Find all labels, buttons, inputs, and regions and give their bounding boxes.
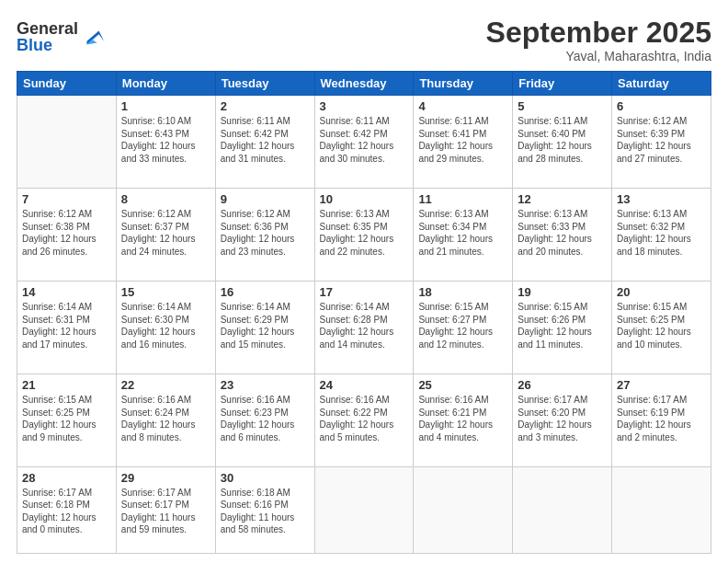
day-info: Sunrise: 6:11 AM Sunset: 6:40 PM Dayligh… <box>518 115 607 165</box>
table-row: 8Sunrise: 6:12 AM Sunset: 6:37 PM Daylig… <box>116 189 215 282</box>
day-info: Sunrise: 6:18 AM Sunset: 6:16 PM Dayligh… <box>221 487 310 536</box>
week-row-1: 1Sunrise: 6:10 AM Sunset: 6:43 PM Daylig… <box>17 96 711 189</box>
day-number: 1 <box>121 99 210 113</box>
day-info: Sunrise: 6:14 AM Sunset: 6:30 PM Dayligh… <box>121 301 210 350</box>
day-info: Sunrise: 6:15 AM Sunset: 6:27 PM Dayligh… <box>418 301 507 350</box>
day-number: 12 <box>518 192 607 206</box>
day-number: 26 <box>518 378 607 392</box>
day-info: Sunrise: 6:16 AM Sunset: 6:22 PM Dayligh… <box>320 394 409 443</box>
logo-icon <box>80 24 106 50</box>
day-number: 6 <box>617 99 706 113</box>
table-row: 28Sunrise: 6:17 AM Sunset: 6:18 PM Dayli… <box>17 466 117 553</box>
col-sunday: Sunday <box>17 72 117 96</box>
header: General Blue September 2025 Yaval, Mahar… <box>17 17 711 63</box>
day-info: Sunrise: 6:17 AM Sunset: 6:18 PM Dayligh… <box>22 487 111 536</box>
table-row: 30Sunrise: 6:18 AM Sunset: 6:16 PM Dayli… <box>215 466 314 553</box>
col-monday: Monday <box>116 72 215 96</box>
logo-general: General <box>17 20 78 37</box>
day-number: 18 <box>418 285 507 299</box>
day-info: Sunrise: 6:14 AM Sunset: 6:31 PM Dayligh… <box>22 301 111 350</box>
col-thursday: Thursday <box>414 72 513 96</box>
header-row: Sunday Monday Tuesday Wednesday Thursday… <box>17 72 711 96</box>
day-info: Sunrise: 6:16 AM Sunset: 6:23 PM Dayligh… <box>221 394 310 443</box>
day-number: 16 <box>221 285 310 299</box>
table-row: 27Sunrise: 6:17 AM Sunset: 6:19 PM Dayli… <box>612 374 711 467</box>
day-number: 24 <box>320 378 409 392</box>
table-row: 23Sunrise: 6:16 AM Sunset: 6:23 PM Dayli… <box>215 374 314 467</box>
day-info: Sunrise: 6:12 AM Sunset: 6:36 PM Dayligh… <box>221 208 310 258</box>
day-number: 10 <box>320 192 409 206</box>
col-tuesday: Tuesday <box>215 72 314 96</box>
table-row: 16Sunrise: 6:14 AM Sunset: 6:29 PM Dayli… <box>215 282 314 374</box>
logo-text: General Blue <box>17 20 78 53</box>
day-number: 22 <box>121 378 210 392</box>
table-row: 14Sunrise: 6:14 AM Sunset: 6:31 PM Dayli… <box>17 282 117 374</box>
day-info: Sunrise: 6:13 AM Sunset: 6:34 PM Dayligh… <box>418 208 507 258</box>
calendar-table: Sunday Monday Tuesday Wednesday Thursday… <box>17 71 711 554</box>
day-info: Sunrise: 6:15 AM Sunset: 6:25 PM Dayligh… <box>22 394 111 443</box>
month-title: September 2025 <box>486 17 711 49</box>
table-row: 26Sunrise: 6:17 AM Sunset: 6:20 PM Dayli… <box>513 374 612 467</box>
title-block: September 2025 Yaval, Maharashtra, India <box>486 17 711 63</box>
day-number: 2 <box>221 99 310 113</box>
table-row: 13Sunrise: 6:13 AM Sunset: 6:32 PM Dayli… <box>612 189 711 282</box>
table-row: 2Sunrise: 6:11 AM Sunset: 6:42 PM Daylig… <box>215 96 314 189</box>
day-info: Sunrise: 6:17 AM Sunset: 6:19 PM Dayligh… <box>617 394 706 443</box>
day-info: Sunrise: 6:13 AM Sunset: 6:33 PM Dayligh… <box>518 208 607 258</box>
day-number: 14 <box>22 285 111 299</box>
table-row: 21Sunrise: 6:15 AM Sunset: 6:25 PM Dayli… <box>17 374 117 467</box>
week-row-4: 21Sunrise: 6:15 AM Sunset: 6:25 PM Dayli… <box>17 374 711 467</box>
logo: General Blue <box>17 20 106 53</box>
table-row: 11Sunrise: 6:13 AM Sunset: 6:34 PM Dayli… <box>414 189 513 282</box>
table-row: 22Sunrise: 6:16 AM Sunset: 6:24 PM Dayli… <box>116 374 215 467</box>
day-info: Sunrise: 6:11 AM Sunset: 6:42 PM Dayligh… <box>320 115 409 165</box>
day-info: Sunrise: 6:14 AM Sunset: 6:29 PM Dayligh… <box>221 301 310 350</box>
table-row: 7Sunrise: 6:12 AM Sunset: 6:38 PM Daylig… <box>17 189 117 282</box>
day-info: Sunrise: 6:17 AM Sunset: 6:17 PM Dayligh… <box>121 487 210 536</box>
day-info: Sunrise: 6:12 AM Sunset: 6:38 PM Dayligh… <box>22 208 111 258</box>
day-number: 20 <box>617 285 706 299</box>
day-number: 11 <box>418 192 507 206</box>
table-row <box>314 466 414 553</box>
day-info: Sunrise: 6:12 AM Sunset: 6:39 PM Dayligh… <box>617 115 706 165</box>
table-row: 25Sunrise: 6:16 AM Sunset: 6:21 PM Dayli… <box>414 374 513 467</box>
table-row: 10Sunrise: 6:13 AM Sunset: 6:35 PM Dayli… <box>314 189 414 282</box>
day-number: 19 <box>518 285 607 299</box>
logo-blue: Blue <box>17 37 78 53</box>
week-row-2: 7Sunrise: 6:12 AM Sunset: 6:38 PM Daylig… <box>17 189 711 282</box>
day-number: 8 <box>121 192 210 206</box>
day-number: 28 <box>22 471 111 485</box>
day-number: 13 <box>617 192 706 206</box>
col-saturday: Saturday <box>612 72 711 96</box>
day-info: Sunrise: 6:14 AM Sunset: 6:28 PM Dayligh… <box>320 301 409 350</box>
day-number: 30 <box>221 471 310 485</box>
day-info: Sunrise: 6:10 AM Sunset: 6:43 PM Dayligh… <box>121 115 210 165</box>
col-wednesday: Wednesday <box>314 72 414 96</box>
day-number: 25 <box>418 378 507 392</box>
table-row <box>513 466 612 553</box>
day-info: Sunrise: 6:13 AM Sunset: 6:32 PM Dayligh… <box>617 208 706 258</box>
table-row <box>17 96 117 189</box>
day-number: 9 <box>221 192 310 206</box>
day-number: 17 <box>320 285 409 299</box>
table-row: 9Sunrise: 6:12 AM Sunset: 6:36 PM Daylig… <box>215 189 314 282</box>
table-row: 18Sunrise: 6:15 AM Sunset: 6:27 PM Dayli… <box>414 282 513 374</box>
table-row: 20Sunrise: 6:15 AM Sunset: 6:25 PM Dayli… <box>612 282 711 374</box>
day-number: 29 <box>121 471 210 485</box>
table-row: 19Sunrise: 6:15 AM Sunset: 6:26 PM Dayli… <box>513 282 612 374</box>
table-row: 17Sunrise: 6:14 AM Sunset: 6:28 PM Dayli… <box>314 282 414 374</box>
table-row: 24Sunrise: 6:16 AM Sunset: 6:22 PM Dayli… <box>314 374 414 467</box>
table-row: 4Sunrise: 6:11 AM Sunset: 6:41 PM Daylig… <box>414 96 513 189</box>
table-row: 3Sunrise: 6:11 AM Sunset: 6:42 PM Daylig… <box>314 96 414 189</box>
day-number: 4 <box>418 99 507 113</box>
day-info: Sunrise: 6:12 AM Sunset: 6:37 PM Dayligh… <box>121 208 210 258</box>
day-number: 5 <box>518 99 607 113</box>
table-row: 29Sunrise: 6:17 AM Sunset: 6:17 PM Dayli… <box>116 466 215 553</box>
day-number: 23 <box>221 378 310 392</box>
table-row: 5Sunrise: 6:11 AM Sunset: 6:40 PM Daylig… <box>513 96 612 189</box>
day-info: Sunrise: 6:13 AM Sunset: 6:35 PM Dayligh… <box>320 208 409 258</box>
day-info: Sunrise: 6:16 AM Sunset: 6:21 PM Dayligh… <box>418 394 507 443</box>
table-row: 12Sunrise: 6:13 AM Sunset: 6:33 PM Dayli… <box>513 189 612 282</box>
week-row-5: 28Sunrise: 6:17 AM Sunset: 6:18 PM Dayli… <box>17 466 711 553</box>
table-row: 15Sunrise: 6:14 AM Sunset: 6:30 PM Dayli… <box>116 282 215 374</box>
